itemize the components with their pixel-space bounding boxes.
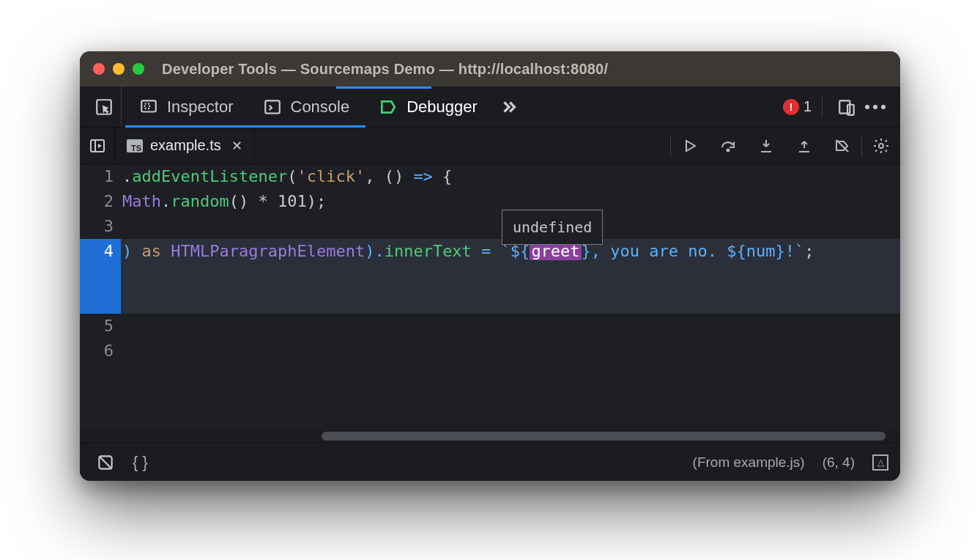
step-over-button[interactable] [709,128,747,163]
line-number[interactable]: 6 [80,339,121,364]
typescript-icon: TS [127,139,143,152]
horizontal-scrollbar[interactable] [80,430,900,443]
svg-point-8 [879,144,883,148]
close-window-button[interactable] [93,63,105,75]
code-line-1: .addEventListener('click', () => { [121,164,900,189]
error-count-value: 1 [803,98,812,115]
sources-panel-toggle[interactable] [80,128,115,163]
titlebar: Developer Tools — Sourcemaps Demo — http… [80,51,900,86]
line-number[interactable]: 3 [80,214,121,239]
tab-overflow-button[interactable] [492,86,526,127]
cursor-position: (6, 4) [823,454,855,471]
tab-debugger-label: Debugger [407,97,478,117]
divider [822,96,823,118]
more-menu-button[interactable] [861,105,890,109]
step-in-button[interactable] [747,128,785,163]
code-line-4-paused: ) as HTMLParagraphElement).innerText = `… [121,239,900,314]
tab-console[interactable]: Console [248,86,365,127]
responsive-mode-button[interactable] [833,97,861,117]
tool-tabs: Inspector Console Debugger ! 1 [80,86,900,128]
sourcemap-icon[interactable] [872,454,888,471]
line-number[interactable]: 1 [80,164,121,189]
error-badge-icon: ! [783,99,799,115]
code-line-5 [121,314,900,339]
code-line-6 [121,339,900,364]
debugger-controls [670,128,900,163]
file-tab-example[interactable]: TS example.ts ✕ [115,128,255,163]
window-title: Developer Tools — Sourcemaps Demo — http… [162,61,608,78]
svg-rect-2 [145,103,150,108]
svg-point-7 [727,149,730,151]
svg-rect-4 [839,100,850,113]
maximize-window-button[interactable] [133,63,144,75]
close-tab-button[interactable]: ✕ [231,138,242,154]
svg-rect-3 [265,100,280,113]
line-number[interactable]: 2 [80,189,121,214]
value-tooltip: undefined [502,210,603,245]
deactivate-breakpoints-button[interactable] [823,128,861,163]
devtools-window: Developer Tools — Sourcemaps Demo — http… [80,51,900,481]
tab-console-label: Console [291,97,350,117]
error-count[interactable]: ! 1 [783,98,812,115]
tab-inspector-label: Inspector [167,97,234,117]
tab-underline [125,125,365,128]
resume-button[interactable] [671,128,709,163]
status-bar: { } (From example.js) (6, 4) [80,443,900,481]
file-name: example.ts [150,137,221,154]
debugger-settings-button[interactable] [862,128,900,163]
element-picker-button[interactable] [90,86,122,127]
file-row: TS example.ts ✕ [80,128,900,164]
tab-inspector[interactable]: Inspector [125,86,248,127]
breakpoint-line-number[interactable]: 4 [80,239,121,314]
active-top-indicator [336,86,431,89]
code-editor[interactable]: 1 .addEventListener('click', () => { 2 M… [80,164,900,443]
svg-rect-6 [91,140,104,152]
source-from-label: (From example.js) [693,454,805,471]
window-controls [93,63,144,75]
step-out-button[interactable] [785,128,823,163]
tab-debugger[interactable]: Debugger [364,86,492,127]
scrollbar-thumb[interactable] [322,432,886,441]
blackbox-icon[interactable] [92,453,119,472]
line-number[interactable]: 5 [80,314,121,339]
pretty-print-button[interactable]: { } [133,453,148,472]
minimize-window-button[interactable] [113,63,125,75]
